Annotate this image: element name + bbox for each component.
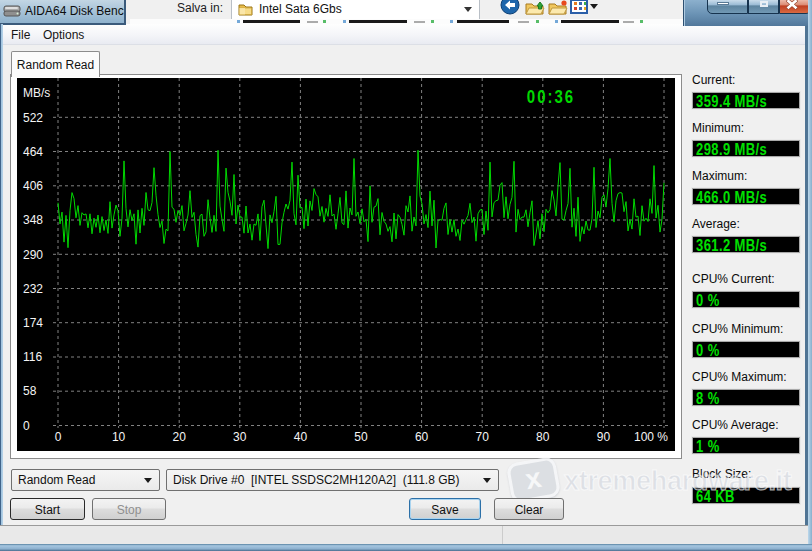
- svg-text:80: 80: [536, 430, 550, 444]
- svg-text:464: 464: [23, 145, 43, 159]
- svg-text:522: 522: [23, 111, 43, 125]
- svg-text:10: 10: [112, 430, 126, 444]
- svg-text:90: 90: [597, 430, 611, 444]
- svg-text:60: 60: [415, 430, 429, 444]
- svg-text:58: 58: [23, 384, 37, 398]
- svg-text:0: 0: [55, 430, 62, 444]
- svg-text:20: 20: [173, 430, 187, 444]
- svg-text:50: 50: [354, 430, 368, 444]
- svg-text:174: 174: [23, 316, 43, 330]
- svg-text:70: 70: [476, 430, 490, 444]
- svg-text:40: 40: [294, 430, 308, 444]
- svg-text:30: 30: [233, 430, 247, 444]
- svg-text:348: 348: [23, 213, 43, 227]
- svg-text:100 %: 100 %: [634, 430, 668, 444]
- svg-text:0: 0: [23, 419, 30, 433]
- svg-text:232: 232: [23, 282, 43, 296]
- svg-text:MB/s: MB/s: [23, 86, 50, 100]
- svg-text:406: 406: [23, 179, 43, 193]
- svg-text:290: 290: [23, 248, 43, 262]
- svg-text:116: 116: [23, 350, 42, 364]
